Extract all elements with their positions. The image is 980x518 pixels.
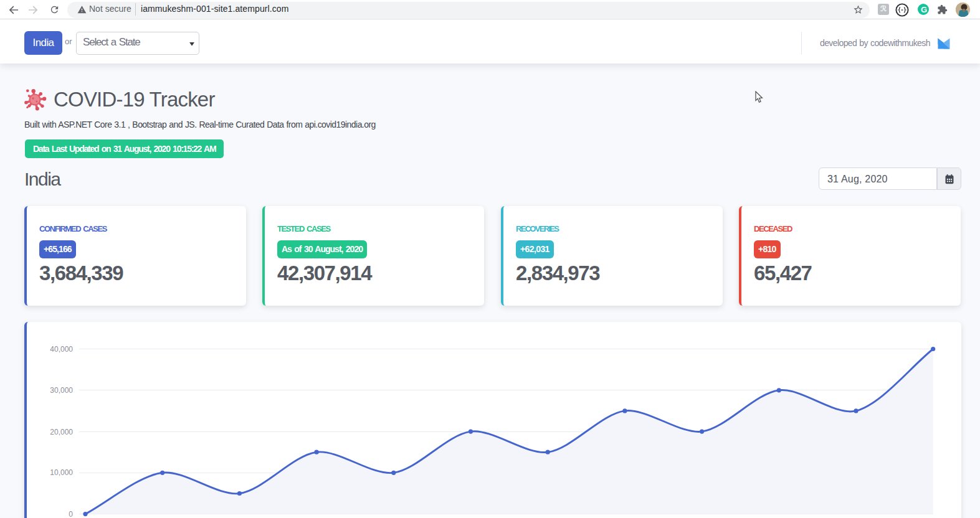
svg-text:20,000: 20,000 [50, 428, 73, 436]
svg-text:40,000: 40,000 [50, 345, 73, 354]
svg-text:30,000: 30,000 [50, 386, 73, 395]
svg-text:0: 0 [69, 510, 73, 518]
svg-text:10,000: 10,000 [50, 468, 73, 477]
